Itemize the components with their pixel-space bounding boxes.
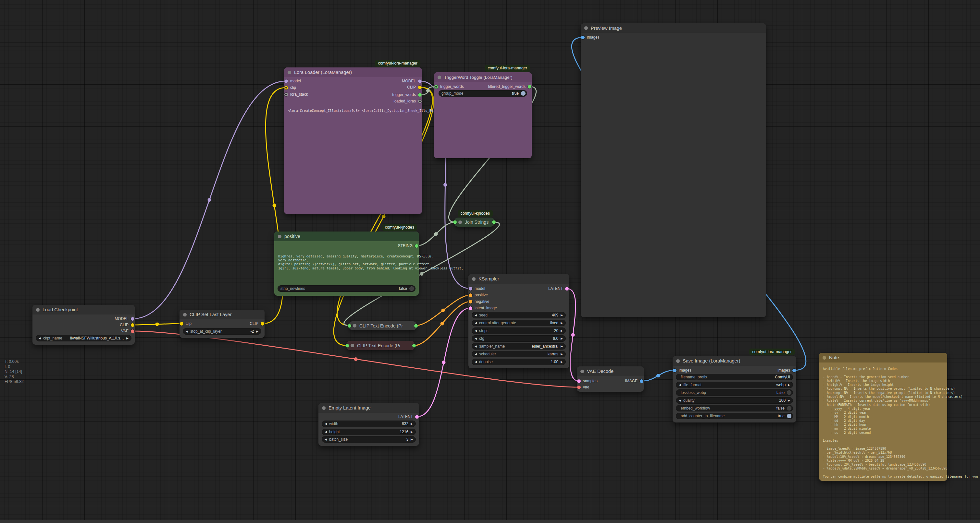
lossless-webp-widget[interactable]: lossless_webp false (676, 390, 793, 396)
node-join-strings[interactable]: comfyui-kjnodes Join Strings (455, 217, 495, 227)
input-port-model[interactable]: model (469, 286, 485, 291)
node-clip-set-last-layer[interactable]: CLIP Set Last Layer clip CLIP ◀ stop_at_… (180, 310, 264, 338)
input-port-samples[interactable]: samples (577, 379, 598, 383)
node-header[interactable]: Lora Loader (LoraManager) (284, 67, 422, 77)
collapse-dot[interactable] (676, 359, 680, 363)
node-load-checkpoint[interactable]: Load Checkpoint MODEL CLIP VAE ◀ ckpt_na… (32, 305, 135, 345)
next-arrow-icon[interactable]: ▶ (410, 438, 413, 441)
toggle-off-indicator[interactable] (409, 286, 414, 291)
collapse-dot[interactable] (581, 369, 584, 373)
collapse-dot[interactable] (278, 235, 282, 238)
next-arrow-icon[interactable]: ▶ (256, 330, 258, 333)
toggle-off-indicator[interactable] (787, 406, 791, 410)
prev-arrow-icon[interactable]: ◀ (474, 314, 477, 317)
prev-arrow-icon[interactable]: ◀ (679, 384, 681, 387)
node-header[interactable]: CLIP Set Last Layer (180, 310, 264, 319)
height-widget[interactable]: ◀ height 1216 ▶ (322, 429, 416, 435)
node-preview-image[interactable]: Preview Image images (581, 23, 766, 317)
stop-at-clip-layer-widget[interactable]: ◀ stop_at_clip_layer -2 ▶ (183, 328, 261, 334)
toggle-off-indicator[interactable] (787, 390, 791, 395)
collapse-dot[interactable] (36, 308, 40, 312)
collapsed-input-dot[interactable] (345, 344, 349, 347)
prompt-text[interactable]: highres, very detailed, amazing quality,… (278, 254, 463, 270)
collapsed-output-dot[interactable] (414, 324, 418, 328)
input-port-clip[interactable]: clip (284, 85, 296, 90)
input-port-clip[interactable]: clip (180, 321, 191, 326)
collapsed-output-dot[interactable] (492, 220, 496, 224)
next-arrow-icon[interactable]: ▶ (561, 361, 563, 363)
prev-arrow-icon[interactable]: ◀ (474, 337, 477, 340)
output-port-image[interactable]: IMAGE (625, 379, 643, 383)
output-port-filtered-trigger-words[interactable]: filtered_trigger_words (488, 84, 531, 89)
node-header[interactable]: Note (819, 353, 947, 363)
next-arrow-icon[interactable]: ▶ (788, 384, 790, 387)
next-arrow-icon[interactable]: ▶ (561, 322, 563, 325)
file-format-widget[interactable]: ◀ file_format webp ▶ (676, 382, 793, 388)
next-arrow-icon[interactable]: ▶ (788, 399, 790, 402)
prev-arrow-icon[interactable]: ◀ (186, 330, 188, 333)
node-clip-text-encode-negative[interactable]: CLIP Text Encode (Pr (347, 341, 415, 350)
node-header[interactable]: TriggerWord Toggle (LoraManager) (434, 72, 532, 82)
cfg-widget[interactable]: ◀ cfg 8.0 ▶ (472, 335, 566, 342)
output-port-clip[interactable]: CLIP (407, 85, 422, 89)
denoise-widget[interactable]: ◀ denoise 1.00 ▶ (472, 358, 566, 365)
input-port-lora-stack[interactable]: lora_stack (284, 92, 308, 97)
input-port-negative[interactable]: negative (469, 299, 489, 304)
next-arrow-icon[interactable]: ▶ (561, 337, 563, 340)
prev-arrow-icon[interactable]: ◀ (325, 438, 327, 441)
output-port-vae[interactable]: VAE (121, 329, 134, 333)
input-port-vae[interactable]: vae (577, 385, 589, 390)
output-port-latent[interactable]: LATENT (548, 286, 569, 291)
input-port-model[interactable]: model (284, 79, 301, 83)
output-port-images[interactable]: images (778, 368, 796, 372)
filename-prefix-widget[interactable]: filename_prefix ComfyUI (676, 374, 793, 380)
collapse-dot[interactable] (351, 344, 354, 347)
collapsed-input-dot[interactable] (453, 220, 457, 224)
lora-syntax-text[interactable]: <lora:CreateConcept_Illustrious:0.8> <lo… (288, 109, 453, 113)
node-header[interactable]: positive (274, 231, 419, 241)
node-header[interactable]: KSampler (468, 274, 569, 284)
next-arrow-icon[interactable]: ▶ (410, 423, 413, 425)
ckpt-name-widget[interactable]: ◀ ckpt_name il\waiNSFWIllustrious_v110.s… (36, 335, 132, 341)
collapse-dot[interactable] (472, 277, 476, 281)
output-port-loaded-loras[interactable]: loaded_loras (393, 99, 422, 103)
sampler-name-widget[interactable]: ◀ sampler_name euler_ancestral ▶ (472, 343, 566, 350)
input-port-latent-image[interactable]: latent_image (469, 306, 497, 310)
node-header[interactable]: Empty Latent Image (318, 403, 419, 413)
embed-workflow-widget[interactable]: embed_workflow false (676, 405, 793, 412)
node-header[interactable]: Load Checkpoint (32, 305, 135, 314)
node-vae-decode[interactable]: VAE Decode samples vae IMAGE (577, 366, 644, 392)
collapse-dot[interactable] (322, 406, 326, 410)
next-arrow-icon[interactable]: ▶ (126, 337, 129, 340)
collapse-dot[interactable] (438, 76, 441, 79)
output-port-trigger-words[interactable]: trigger_words (392, 92, 422, 97)
add-counter-to-filename-widget[interactable]: add_counter_to_filename true (676, 413, 793, 419)
node-clip-text-encode-positive[interactable]: CLIP Text Encode (Pr (349, 321, 417, 330)
node-note[interactable]: Note Available filename_prefix Pattern C… (819, 353, 947, 481)
node-save-image[interactable]: comfyui-lora-manager Save Image (LoraMan… (673, 356, 796, 423)
prev-arrow-icon[interactable]: ◀ (679, 399, 681, 402)
quality-widget[interactable]: ◀ quality 100 ▶ (676, 397, 793, 404)
next-arrow-icon[interactable]: ▶ (410, 431, 413, 434)
prev-arrow-icon[interactable]: ◀ (39, 337, 41, 340)
prev-arrow-icon[interactable]: ◀ (474, 353, 477, 356)
output-port-string[interactable]: STRING (398, 244, 418, 248)
collapse-dot[interactable] (822, 356, 826, 360)
node-header[interactable]: Preview Image (581, 23, 766, 33)
next-arrow-icon[interactable]: ▶ (561, 314, 563, 317)
node-positive-prompt[interactable]: comfyui-kjnodes positive STRING highres,… (274, 231, 419, 296)
output-port-latent[interactable]: LATENT (398, 414, 419, 419)
next-arrow-icon[interactable]: ▶ (561, 330, 563, 332)
collapse-dot[interactable] (183, 313, 187, 317)
toggle-on-indicator[interactable] (521, 91, 525, 96)
output-port-clip[interactable]: CLIP (120, 323, 134, 327)
node-lora-loader[interactable]: comfyui-lora-manager Lora Loader (LoraMa… (284, 67, 422, 214)
node-ksampler[interactable]: KSampler model positive negative latent_… (468, 274, 569, 368)
input-port-positive[interactable]: positive (469, 293, 488, 297)
next-arrow-icon[interactable]: ▶ (561, 353, 563, 356)
prev-arrow-icon[interactable]: ◀ (474, 330, 477, 332)
collapse-dot[interactable] (458, 220, 462, 224)
collapsed-input-dot[interactable] (348, 324, 351, 328)
group-mode-widget[interactable]: group_mode true (439, 90, 527, 97)
steps-widget[interactable]: ◀ steps 20 ▶ (472, 328, 566, 334)
